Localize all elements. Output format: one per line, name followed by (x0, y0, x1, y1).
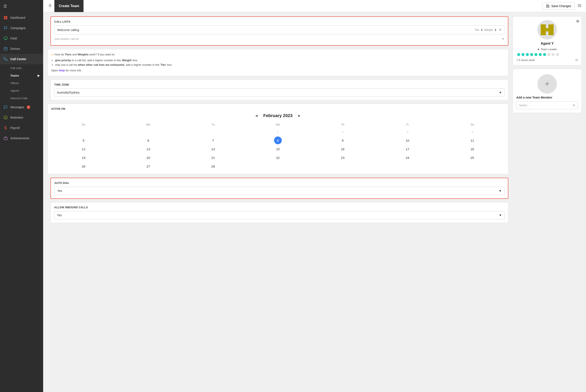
call-list-meta: Tier 1 Weight 1 (474, 28, 496, 32)
sidebar-item-messages-label: Messages (10, 106, 24, 109)
add-member-avatar-button[interactable]: + (537, 74, 557, 94)
cal-day-20[interactable]: 20 (144, 154, 152, 162)
add-member-select-placeholder: Select... (519, 104, 529, 107)
sidebar-item-payroll-label: Payroll (10, 126, 20, 130)
cal-header-mo: Mo (116, 122, 181, 128)
payroll-icon (4, 126, 8, 130)
svg-rect-0 (4, 16, 6, 18)
sidebar-item-dashboard[interactable]: Dashboard (0, 12, 43, 23)
cal-day-25[interactable]: 25 (468, 154, 476, 162)
calendar-next-button[interactable]: ▶ (297, 113, 302, 118)
auto-dial-label: Auto Dial (54, 182, 504, 184)
allow-inbound-label: Allow Inbound Calls (54, 206, 505, 209)
active-on-label: Active On (51, 108, 505, 110)
cal-header-sa: Sa (440, 122, 505, 128)
tier-label: Tier (474, 28, 479, 32)
cal-day-26[interactable]: 26 (80, 162, 87, 170)
cal-day-empty-4 (274, 162, 282, 170)
sidebar-sub-teams[interactable]: Teams ▶ (0, 72, 43, 79)
cal-day-19[interactable]: 19 (80, 154, 87, 162)
cal-day-1[interactable]: 1 (274, 128, 282, 136)
cal-day-17[interactable]: 17 (404, 145, 411, 153)
add-call-list-button[interactable]: Add another call list ▼ (54, 36, 504, 42)
cal-day-27[interactable]: 27 (144, 162, 152, 170)
messages-badge: 1 (27, 106, 30, 109)
cal-day-9[interactable]: 9 (339, 136, 346, 144)
sidebar-item-messages[interactable]: Messages 1 (0, 102, 43, 112)
dot-6 (539, 53, 542, 56)
sidebar-item-achievements[interactable]: Achievements (0, 133, 43, 144)
call-list-remove-button[interactable]: ✕ (499, 28, 502, 32)
sidebar: ☰ Dashboard Campaigns Field Donors Call … (0, 0, 43, 392)
tier-value: 1 (481, 28, 482, 32)
allow-inbound-value: Yes (57, 214, 62, 217)
cal-day-3[interactable]: 3 (404, 128, 411, 136)
allow-inbound-dropdown[interactable]: Yes ▼ (54, 211, 505, 219)
dot-1 (517, 53, 520, 56)
cal-day-2[interactable]: 2 (339, 128, 346, 136)
sidebar-item-campaigns[interactable]: Campaigns (0, 23, 43, 33)
agent-progress-dots (516, 53, 578, 56)
save-changes-button[interactable]: Save Changes (542, 2, 575, 10)
sidebar-sub-agents-label: Agents (10, 89, 19, 92)
cal-day-15[interactable]: 15 (274, 145, 282, 153)
weight-label: Weight (484, 28, 493, 32)
sidebar-item-dashboard-label: Dashboard (10, 16, 25, 20)
agent-card-close-button[interactable]: ⊗ (576, 19, 579, 24)
agent-edit-button[interactable]: ✏ (575, 58, 578, 62)
sidebar-item-retention[interactable]: Retention (0, 112, 43, 123)
sidebar-sub-offices[interactable]: Offices (0, 79, 43, 87)
sidebar-hamburger-icon[interactable]: ☰ (4, 4, 7, 8)
cal-day-11[interactable]: 11 (468, 136, 476, 144)
calendar-month-title: February 2023 (263, 113, 293, 118)
cal-day-10[interactable]: 10 (404, 136, 411, 144)
auto-dial-section: Auto Dial Yes ▼ (51, 178, 508, 199)
sidebar-item-field[interactable]: Field (0, 33, 43, 44)
topbar-title: Create Team (54, 0, 84, 12)
auto-dial-dropdown-arrow-icon: ▼ (499, 189, 502, 192)
dot-3 (526, 53, 529, 56)
timezone-label: Time Zone (54, 83, 505, 86)
auto-dial-dropdown[interactable]: Yes ▼ (54, 187, 504, 195)
cal-day-16[interactable]: 16 (339, 145, 346, 153)
calendar-section: Active On ◀ February 2023 ▶ Su Mo Tu We … (48, 104, 508, 174)
timezone-dropdown[interactable]: Australia/Sydney ▼ (54, 88, 505, 96)
cal-day-24[interactable]: 24 (404, 154, 411, 162)
cal-day-empty-3 (209, 128, 217, 136)
cal-day-18[interactable]: 18 (468, 145, 476, 153)
cal-day-13[interactable]: 13 (144, 145, 152, 153)
agent-card: ⊗ Agent Y ★ Team Leader (513, 16, 582, 65)
sidebar-item-payroll[interactable]: Payroll (0, 123, 43, 133)
sidebar-sub-call-lists[interactable]: Call Lists (0, 64, 43, 72)
cal-day-23[interactable]: 23 (339, 154, 346, 162)
cal-header-su: Su (51, 122, 116, 128)
cal-day-14[interactable]: 14 (209, 145, 217, 153)
open-text: Open (51, 69, 59, 72)
cal-day-8[interactable]: 8 (274, 136, 282, 144)
sidebar-item-donors-label: Donors (10, 47, 20, 50)
cal-header-fr: Fr (375, 122, 440, 128)
calendar-prev-button[interactable]: ◀ (254, 113, 259, 118)
agent-role-label: Team Leader (541, 48, 557, 51)
cal-day-4[interactable]: 4 (468, 128, 476, 136)
sidebar-sub-agents[interactable]: Agents (0, 87, 43, 94)
cal-day-empty-5 (339, 162, 346, 170)
topbar-menu-icon[interactable] (577, 4, 582, 8)
add-call-list-placeholder: Add another call list (54, 37, 79, 40)
sidebar-sub-inbound-calls[interactable]: Inbound Calls (0, 94, 43, 102)
add-member-select[interactable]: Select... ▼ (516, 101, 578, 109)
cal-day-21[interactable]: 21 (209, 154, 217, 162)
timezone-value: Australia/Sydney (57, 91, 80, 94)
topbar-list-icon[interactable] (48, 4, 52, 8)
cal-day-22[interactable]: 22 (274, 154, 282, 162)
help-link[interactable]: Help (59, 69, 65, 72)
sidebar-item-donors[interactable]: Donors (0, 44, 43, 54)
cal-day-7[interactable]: 7 (209, 136, 217, 144)
cal-day-12[interactable]: 12 (80, 145, 87, 153)
cal-day-6[interactable]: 6 (144, 136, 152, 144)
cal-day-5[interactable]: 5 (80, 136, 87, 144)
sidebar-item-call-center[interactable]: Call Center (0, 54, 43, 64)
topbar: Create Team Save Changes (43, 0, 586, 12)
info-intro: ⚠ How do Tiers and Weights work? If you … (51, 52, 505, 57)
cal-day-28[interactable]: 28 (209, 162, 217, 170)
